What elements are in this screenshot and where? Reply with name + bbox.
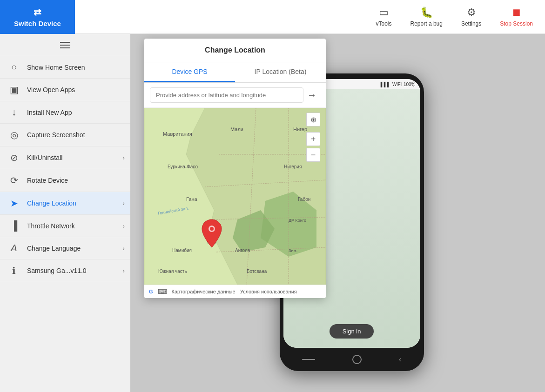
sidebar-item-capture-screenshot[interactable]: ◎ Capture Screenshot — [0, 124, 130, 146]
settings-button[interactable]: ⚙ Settings — [454, 0, 489, 34]
sidebar-item-view-apps[interactable]: ▣ View Open Apps — [0, 79, 130, 101]
map-data-label: Картографические данные — [172, 289, 235, 294]
sidebar-item-label: Change Language — [27, 245, 81, 252]
toolbar-right: ▭ vTools 🐛 Report a bug ⚙ Settings ⏹ Sto… — [369, 0, 545, 34]
sidebar-item-label: Show Home Screen — [27, 64, 85, 71]
sidebar-item-kill-uninstall[interactable]: ⊘ Kill/Uninstall › — [0, 146, 130, 169]
location-panel-title: Change Location — [144, 39, 326, 62]
sidebar-item-install-app[interactable]: ↓ Install New App — [0, 101, 130, 124]
switch-device-button[interactable]: ⇄ Switch Device — [0, 0, 75, 34]
nav-home-icon[interactable] — [352, 355, 362, 364]
install-icon: ↓ — [7, 107, 20, 118]
map-locate-button[interactable]: ⊕ — [306, 113, 320, 126]
nav-back-icon[interactable] — [302, 359, 315, 360]
report-bug-button[interactable]: 🐛 Report a bug — [403, 0, 450, 34]
sign-in-button[interactable]: Sign in — [330, 324, 374, 339]
phone-options-dots[interactable]: ⋮ — [410, 79, 417, 88]
switch-device-icon: ⇄ — [34, 7, 41, 18]
home-icon: ○ — [7, 62, 20, 73]
sidebar-item-change-location[interactable]: ➤ Change Location › — [0, 192, 130, 215]
devtools-label: vTools — [376, 20, 392, 27]
report-bug-label: Report a bug — [410, 20, 443, 27]
svg-text:Буркина-Фасо: Буркина-Фасо — [168, 164, 198, 169]
apps-icon: ▣ — [7, 84, 20, 95]
svg-text:ДР Конго: ДР Конго — [289, 218, 306, 223]
keyboard-icon: ⌨ — [158, 288, 167, 295]
content-area: ○ Show Home Screen ▣ View Open Apps ↓ In… — [0, 34, 545, 392]
stop-session-button[interactable]: ⏹ Stop Session — [492, 0, 540, 34]
sidebar-item-label: Rotate Device — [27, 177, 68, 184]
chevron-right-icon: › — [122, 199, 125, 207]
chevron-right-icon: › — [122, 267, 125, 274]
rotate-icon: ⟳ — [7, 175, 20, 186]
signal-icon: ▌▌▌ — [381, 82, 390, 87]
svg-text:Зим.: Зим. — [289, 248, 297, 253]
location-tabs: Device GPS IP Location (Beta) — [144, 62, 326, 83]
devtools-icon: ▭ — [379, 7, 389, 19]
sidebar-item-label: Throttle Network — [27, 222, 75, 230]
info-icon: ℹ — [7, 265, 20, 276]
sidebar-item-label: Kill/Uninstall — [27, 154, 62, 161]
kill-icon: ⊘ — [7, 152, 20, 163]
toolbar-left: ⇄ Switch Device — [0, 0, 75, 34]
sidebar-item-throttle-network[interactable]: ▐ Throttle Network › — [0, 215, 130, 237]
devtools-button[interactable]: ▭ vTools — [369, 0, 399, 34]
sidebar-item-label: Samsung Ga...v11.0 — [27, 267, 87, 274]
svg-text:Ботсвана: Ботсвана — [247, 269, 267, 274]
location-search-submit[interactable]: → — [303, 88, 320, 102]
chevron-right-icon: › — [122, 154, 125, 161]
terms-label: Условия использования — [240, 289, 297, 294]
stop-session-label: Stop Session — [500, 20, 533, 27]
stop-session-icon: ⏹ — [511, 7, 522, 19]
nav-recents-icon[interactable]: ‹ — [399, 355, 401, 364]
map-zoom-out-button[interactable]: − — [306, 148, 320, 162]
hamburger-icon[interactable] — [60, 42, 70, 48]
sidebar-item-label: Change Location — [27, 199, 76, 207]
location-icon: ➤ — [7, 198, 20, 209]
svg-text:Мавритания: Мавритания — [163, 131, 192, 137]
tab-device-gps[interactable]: Device GPS — [144, 62, 235, 82]
sidebar: ○ Show Home Screen ▣ View Open Apps ↓ In… — [0, 34, 130, 392]
settings-icon: ⚙ — [467, 7, 476, 19]
toolbar: ⇄ Switch Device ▭ vTools 🐛 Report a bug … — [0, 0, 545, 34]
location-search-bar: → — [144, 83, 326, 108]
location-search-input[interactable] — [150, 87, 303, 103]
svg-text:Гана: Гана — [186, 196, 198, 202]
settings-label: Settings — [461, 20, 481, 27]
network-icon: ▐ — [7, 220, 20, 231]
language-icon: A — [7, 243, 20, 253]
screenshot-icon: ◎ — [7, 129, 20, 140]
svg-text:Мали: Мали — [230, 126, 243, 132]
svg-point-28 — [210, 227, 214, 231]
sidebar-hamburger[interactable] — [0, 34, 130, 56]
sidebar-item-label: Install New App — [27, 109, 72, 116]
sidebar-item-rotate-device[interactable]: ⟳ Rotate Device — [0, 169, 130, 192]
phone-nav-bar: ‹ — [283, 348, 420, 371]
sidebar-item-samsung-info[interactable]: ℹ Samsung Ga...v11.0 › — [0, 259, 130, 282]
chevron-right-icon: › — [122, 222, 125, 230]
svg-text:Нигер: Нигер — [293, 126, 307, 132]
svg-text:Намибия: Намибия — [172, 248, 192, 253]
sidebar-item-label: View Open Apps — [27, 86, 75, 93]
svg-text:Нигерия: Нигерия — [284, 164, 302, 169]
sidebar-item-change-language[interactable]: A Change Language › — [0, 237, 130, 259]
wifi-icon: WiFi — [392, 82, 402, 87]
google-logo: G — [149, 289, 153, 294]
chevron-right-icon: › — [122, 245, 125, 252]
tab-ip-location[interactable]: IP Location (Beta) — [235, 62, 326, 82]
map-svg: Мавритания Мали Нигер Буркина-Фасо Нигер… — [144, 108, 326, 285]
change-location-panel: Change Location Device GPS IP Location (… — [144, 39, 326, 298]
sidebar-item-label: Capture Screenshot — [27, 131, 85, 139]
map-container: Мавритания Мали Нигер Буркина-Фасо Нигер… — [144, 108, 326, 285]
svg-text:Южная часть: Южная часть — [158, 269, 187, 274]
device-area: Change Location Device GPS IP Location (… — [130, 34, 545, 392]
svg-text:Ангола: Ангола — [235, 248, 250, 253]
svg-text:Габон: Габон — [298, 197, 310, 202]
map-controls: ⊕ + − — [306, 113, 320, 162]
sidebar-item-show-home[interactable]: ○ Show Home Screen — [0, 56, 130, 79]
switch-device-label: Switch Device — [14, 20, 61, 27]
report-bug-icon: 🐛 — [420, 7, 433, 19]
map-footer: G ⌨ Картографические данные Условия испо… — [144, 285, 326, 298]
map-zoom-in-button[interactable]: + — [306, 132, 320, 146]
